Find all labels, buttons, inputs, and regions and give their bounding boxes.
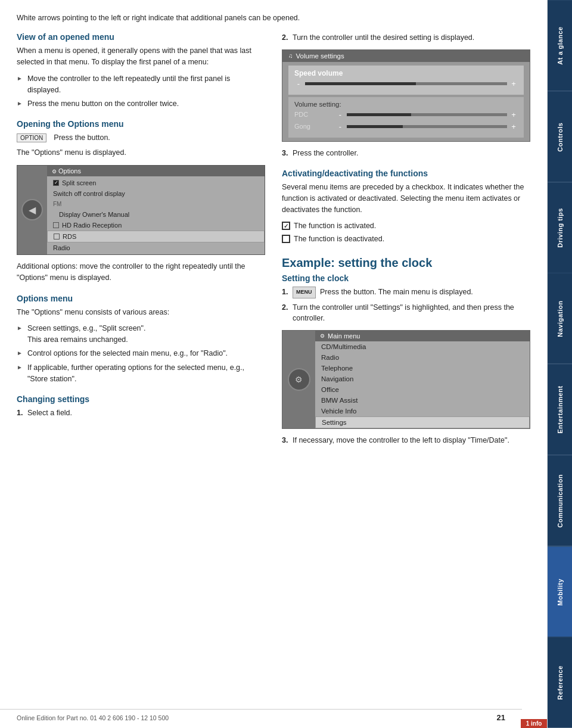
sidebar-tab-driving-tips[interactable]: Driving tips	[548, 182, 572, 273]
option-row-manual: Display Owner's Manual	[47, 209, 265, 220]
option-row-hd: HD Radio Reception	[47, 220, 265, 231]
volume-title-text: Volume settings	[296, 52, 344, 60]
sidebar-tab-mobility[interactable]: Mobility	[548, 546, 572, 637]
gong-label: Gong	[294, 123, 336, 130]
options-titlebar: ⚙ Options	[47, 166, 265, 176]
checkbox-checked-icon: ✓	[53, 180, 59, 186]
speed-volume-label: Speed volume	[294, 69, 518, 77]
sidebar-tab-communication[interactable]: Communication	[548, 455, 572, 546]
slider-track	[305, 82, 507, 85]
mm-row-telephone: Telephone	[315, 363, 530, 374]
bullet-sub-text: This area remains unchanged.	[27, 334, 146, 346]
step-text: If necessary, move the controller to the…	[293, 435, 509, 446]
slider-track	[347, 113, 507, 116]
gong-row: Gong - +	[294, 122, 518, 131]
step-text: Press the button. The main menu is displ…	[320, 288, 473, 296]
bullet-arrow-icon: ►	[17, 363, 23, 372]
bullet-text: Screen settings, e.g., "Split screen".	[27, 324, 146, 332]
step-content: MENU Press the button. The main menu is …	[293, 287, 473, 298]
pdc-label: PDC	[294, 111, 336, 118]
bullet-item: ► Screen settings, e.g., "Split screen".…	[17, 323, 265, 346]
press-button-text: Press the button.	[54, 132, 110, 144]
option-label: RDS	[63, 233, 76, 240]
mm-row-cd: CD/Multimedia	[315, 341, 530, 352]
controller-icon: ◀	[21, 199, 43, 220]
options-displayed-text: The "Options" menu is displayed.	[17, 147, 265, 158]
volume-icon: ♫	[288, 52, 293, 59]
bullet-text: Control options for the selected main me…	[27, 348, 228, 359]
mm-row-settings: Settings	[315, 416, 530, 428]
section-label-text: FM	[53, 201, 61, 207]
activated-text: The function is activated.	[294, 222, 376, 230]
mm-icon: ⚙	[320, 333, 325, 339]
step-number: 3.	[282, 435, 293, 446]
section-options-menu-heading: Options menu	[17, 294, 265, 303]
controller-panel: ◀	[17, 166, 47, 254]
setting-clock-heading: Setting the clock	[282, 273, 530, 283]
pdc-slider: - +	[336, 110, 518, 119]
deactivated-status: The function is deactivated.	[282, 235, 530, 245]
bullet-text: Press the menu button on the controller …	[27, 98, 179, 110]
deactivated-checkbox: The function is deactivated.	[282, 235, 384, 243]
step-number: 2.	[282, 32, 293, 43]
section-activate-heading: Activating/deactivating the functions	[282, 169, 530, 178]
sidebar-tab-controls[interactable]: Controls	[548, 91, 572, 182]
mm-row-vehicle: Vehicle Info	[315, 406, 530, 416]
section-options-heading: Opening the Options menu	[17, 119, 265, 129]
activate-body-text: Several menu items are preceded by a che…	[282, 182, 530, 216]
speed-volume-row: - +	[294, 79, 518, 88]
option-label: HD Radio Reception	[62, 222, 122, 229]
numbered-step-3a: 3. Press the controller.	[282, 148, 530, 159]
page-footer: Online Edition for Part no. 01 40 2 606 …	[0, 709, 522, 722]
minus-icon: -	[294, 79, 303, 88]
option-label: Switch off control display	[53, 190, 125, 197]
options-icon: ⚙	[52, 169, 57, 175]
slider-fill	[347, 125, 403, 128]
example-step-1: 1. MENU Press the button. The main menu …	[282, 287, 530, 298]
step-text: Select a field.	[27, 407, 72, 419]
step-number: 1.	[282, 287, 293, 298]
volume-body: Speed volume - +	[282, 62, 530, 141]
sidebar-tab-entertainment[interactable]: Entertainment	[548, 364, 572, 455]
intro-text: White arrows pointing to the left or rig…	[17, 12, 530, 24]
bullet-item: ► Control options for the selected main …	[17, 348, 265, 359]
main-menu-screenshot: ⚙ ⚙ Main menu CD/Multimedia Radio Teleph…	[282, 330, 530, 429]
options-title-text: Options	[58, 167, 81, 175]
settings-gear-icon: ⚙	[288, 368, 310, 391]
mm-row-bmw: BMW Assist	[315, 395, 530, 406]
section-view-heading: View of an opened menu	[17, 32, 265, 42]
activated-checkbox: The function is activated.	[282, 222, 376, 230]
example-step-2: 2. Turn the controller until "Settings" …	[282, 302, 530, 325]
plus-icon: +	[509, 79, 518, 88]
volume-titlebar: ♫ Volume settings	[282, 50, 530, 62]
bullet-arrow-icon: ►	[17, 349, 23, 357]
options-menu-body-text: The "Options" menu consists of various a…	[17, 307, 265, 318]
options-menu-panel: ⚙ Options ✓ Split screen Switch off cont…	[47, 166, 265, 254]
plus-icon: +	[509, 110, 518, 119]
info-badge: 1 info	[521, 719, 547, 728]
empty-box-icon	[282, 235, 290, 243]
option-row-switch: Switch off control display	[47, 188, 265, 199]
step-number: 1.	[17, 407, 27, 419]
mm-menu-panel: ⚙ Main menu CD/Multimedia Radio Telephon…	[315, 331, 530, 428]
step-text: Turn the controller until "Settings" is …	[293, 302, 530, 325]
step-text: Turn the controller until the desired se…	[293, 32, 474, 43]
bullet-text: If applicable, further operating options…	[27, 362, 265, 385]
options-menu-body: ✓ Split screen Switch off control displa…	[47, 176, 265, 254]
bullet-arrow-icon: ►	[17, 99, 23, 108]
main-menu-titlebar: ⚙ Main menu	[315, 331, 530, 341]
section-changing-settings-heading: Changing settings	[17, 394, 265, 404]
additional-options-text: Additional options: move the controller …	[17, 261, 265, 284]
pdc-row: PDC - +	[294, 110, 518, 119]
option-label: Radio	[53, 244, 70, 251]
option-row-split: ✓ Split screen	[47, 178, 265, 188]
bullet-item: ► If applicable, further operating optio…	[17, 362, 265, 385]
slider-track	[347, 125, 507, 128]
sidebar-tab-at-a-glance[interactable]: At a glance	[548, 0, 572, 91]
bullet-text: Move the controller to the left repeated…	[27, 73, 265, 96]
sidebar-tab-reference[interactable]: Reference	[548, 637, 572, 728]
sidebar-tab-navigation[interactable]: Navigation	[548, 273, 572, 364]
options-screenshot: ◀ ⚙ Options ✓ Split screen	[17, 165, 265, 255]
option-label: Split screen	[62, 179, 96, 186]
checkbox-empty-icon	[54, 234, 60, 239]
